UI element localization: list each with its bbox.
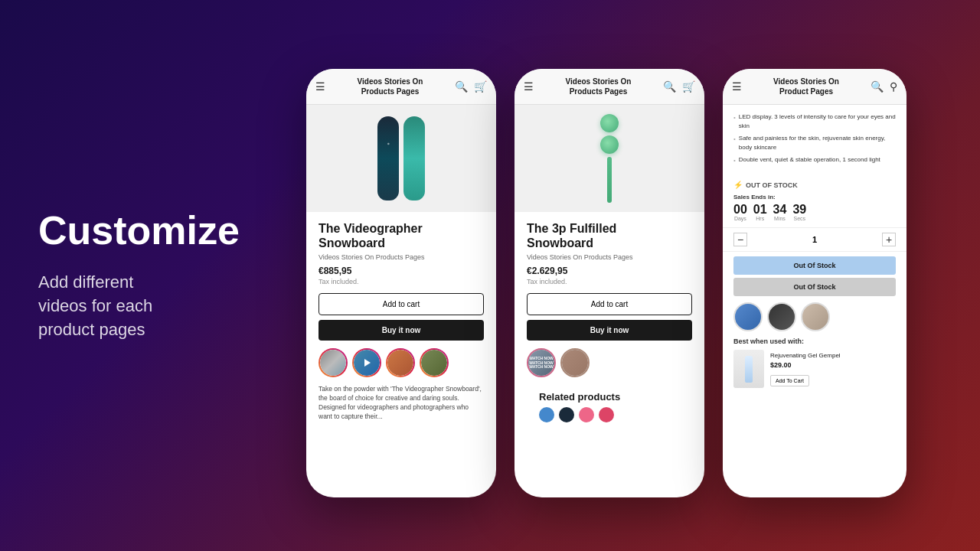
avatar-circles <box>723 302 906 331</box>
story-circle-city[interactable] <box>386 348 415 377</box>
rec-product-name: Rejuvenating Gel Gempel <box>770 352 896 359</box>
best-when-used-label: Best when used with: <box>723 337 906 345</box>
swatch-dark[interactable] <box>559 407 574 422</box>
board-dark: ● <box>377 116 399 201</box>
menu-icon-3[interactable]: ☰ <box>732 80 742 93</box>
rec-product-image <box>733 350 764 388</box>
quantity-row: − 1 + <box>723 227 906 252</box>
board-teal <box>403 116 425 201</box>
story-circle-people[interactable] <box>560 348 590 377</box>
bullet-item-3: • Double vent, quiet & stable operation,… <box>733 155 896 165</box>
product-price-1: €885,95 <box>318 266 484 276</box>
phone-title-1: Videos Stories OnProducts Pages <box>325 77 455 96</box>
phone-title-3: Videos Stories OnProduct Pages <box>742 77 871 96</box>
bullet-text-1: LED display. 3 levels of intensity to ca… <box>739 112 896 131</box>
sales-ends-section: Sales Ends in: 00 Days 01 Hrs 34 Mins 39… <box>723 194 906 221</box>
green-stick <box>607 157 612 203</box>
phone-mockup-3: ☰ Videos Stories OnProduct Pages 🔍 ⚲ • L… <box>723 69 906 497</box>
out-of-stock-btn-gray[interactable]: Out Of Stock <box>733 278 896 296</box>
product-image-2 <box>514 105 704 212</box>
search-icon-2[interactable]: 🔍 <box>663 80 676 93</box>
mins-number: 34 <box>773 204 787 216</box>
countdown-mins: 34 Mins <box>773 204 787 221</box>
cart-icon-3[interactable]: ⚲ <box>890 80 897 93</box>
bullet-dot-1: • <box>733 113 736 122</box>
out-of-stock-badge: ⚡ OUT OF STOCK <box>723 181 906 189</box>
store-name-2: Videos Stories On Products Pages <box>527 253 692 261</box>
quantity-decrease-btn[interactable]: − <box>733 233 747 246</box>
related-products-label: Related products <box>527 385 692 407</box>
story-circle-play[interactable] <box>352 348 381 377</box>
cart-icon[interactable]: 🛒 <box>474 80 487 93</box>
avatar-dark[interactable] <box>767 302 796 331</box>
rec-add-to-cart-btn[interactable]: Add To Cart <box>770 375 809 386</box>
product-content-1: The VideographerSnowboard Videos Stories… <box>306 212 496 431</box>
phone-mockup-1: ☰ Videos Stories OnProducts Pages 🔍 🛒 ● … <box>306 69 496 497</box>
main-title: Customize <box>38 209 253 253</box>
avatar-blue[interactable] <box>733 302 763 331</box>
menu-icon[interactable]: ☰ <box>315 80 325 93</box>
bullet-item-1: • LED display. 3 levels of intensity to … <box>733 112 896 131</box>
phone-header-2: ☰ Videos Stories OnProducts Pages 🔍 🛒 <box>514 69 704 105</box>
product-recommendation: Rejuvenating Gel Gempel $29.00 Add To Ca… <box>723 350 906 388</box>
cart-icon-2[interactable]: 🛒 <box>682 80 695 93</box>
story-circle-mountain[interactable] <box>318 348 348 377</box>
subtitle-line1: Add different <box>38 272 133 292</box>
phone-header-3: ☰ Videos Stories OnProduct Pages 🔍 ⚲ <box>723 69 906 105</box>
rec-product-info: Rejuvenating Gel Gempel $29.00 Add To Ca… <box>770 352 896 386</box>
add-to-cart-btn-1[interactable]: Add to cart <box>318 293 484 315</box>
product-title-2: The 3p FulfilledSnowboard <box>527 221 692 250</box>
search-icon-3[interactable]: 🔍 <box>871 80 884 93</box>
subtitle: Add different videos for each product pa… <box>38 271 253 341</box>
story-thumbnail-hills <box>421 350 447 376</box>
days-label: Days <box>733 216 747 221</box>
play-icon <box>364 359 371 367</box>
story-thumbnail-play <box>354 350 380 376</box>
story-circles-2: WATCH NOWWATCH NOWWATCH NOW <box>527 348 692 377</box>
avatar-light[interactable] <box>801 302 830 331</box>
swatch-rose[interactable] <box>599 407 614 422</box>
story-thumbnail-city <box>387 350 413 376</box>
product-price-2: €2.629,95 <box>527 266 692 276</box>
story-circle-watch[interactable]: WATCH NOWWATCH NOWWATCH NOW <box>527 348 556 377</box>
countdown-secs: 39 Secs <box>792 204 806 221</box>
hrs-label: Hrs <box>753 216 767 221</box>
swatch-blue[interactable] <box>539 407 554 422</box>
countdown: 00 Days 01 Hrs 34 Mins 39 Secs <box>733 204 896 221</box>
snowboard-image-1: ● <box>371 112 432 204</box>
watch-text: WATCH NOWWATCH NOWWATCH NOW <box>529 357 554 370</box>
subtitle-line3: product pages <box>38 320 145 339</box>
add-to-cart-btn-2[interactable]: Add to cart <box>527 293 692 315</box>
quantity-increase-btn[interactable]: + <box>882 233 896 246</box>
green-product-image <box>600 106 619 210</box>
hrs-number: 01 <box>753 204 767 216</box>
header-icons-3: 🔍 ⚲ <box>871 80 897 93</box>
left-section: Customize Add different videos for each … <box>0 178 291 373</box>
search-icon[interactable]: 🔍 <box>455 80 468 93</box>
bullet-item-2: • Safe and painless for the skin, rejuve… <box>733 134 896 152</box>
subtitle-line2: videos for each <box>38 296 152 315</box>
out-of-stock-btn-blue[interactable]: Out Of Stock <box>733 256 896 275</box>
sales-ends-label: Sales Ends in: <box>733 194 896 201</box>
bullet-text-3: Double vent, quiet & stable operation, 1… <box>739 155 880 165</box>
phones-section: ☰ Videos Stories OnProducts Pages 🔍 🛒 ● … <box>291 0 980 551</box>
menu-icon-2[interactable]: ☰ <box>524 80 534 93</box>
buy-now-btn-1[interactable]: Buy it now <box>318 320 484 341</box>
phone-title-2: Videos Stories OnProducts Pages <box>534 77 663 96</box>
phone-mockup-2: ☰ Videos Stories OnProducts Pages 🔍 🛒 Th… <box>514 69 704 497</box>
flash-icon: ⚡ <box>733 181 743 189</box>
phone-header-1: ☰ Videos Stories OnProducts Pages 🔍 🛒 <box>306 69 496 105</box>
header-icons-1: 🔍 🛒 <box>455 80 487 93</box>
buy-now-btn-2[interactable]: Buy it now <box>527 320 692 341</box>
story-circles-1 <box>318 348 484 377</box>
story-thumb-people <box>562 350 588 376</box>
secs-label: Secs <box>792 216 806 221</box>
days-number: 00 <box>733 204 747 216</box>
quantity-value: 1 <box>812 235 817 244</box>
product-title-1: The VideographerSnowboard <box>318 221 484 250</box>
product-description-1: Take on the powder with 'The Videographe… <box>318 385 484 422</box>
bullet-dot-2: • <box>733 135 736 144</box>
story-circle-hills[interactable] <box>420 348 449 377</box>
out-of-stock-text: OUT OF STOCK <box>746 181 798 189</box>
swatch-pink[interactable] <box>579 407 594 422</box>
